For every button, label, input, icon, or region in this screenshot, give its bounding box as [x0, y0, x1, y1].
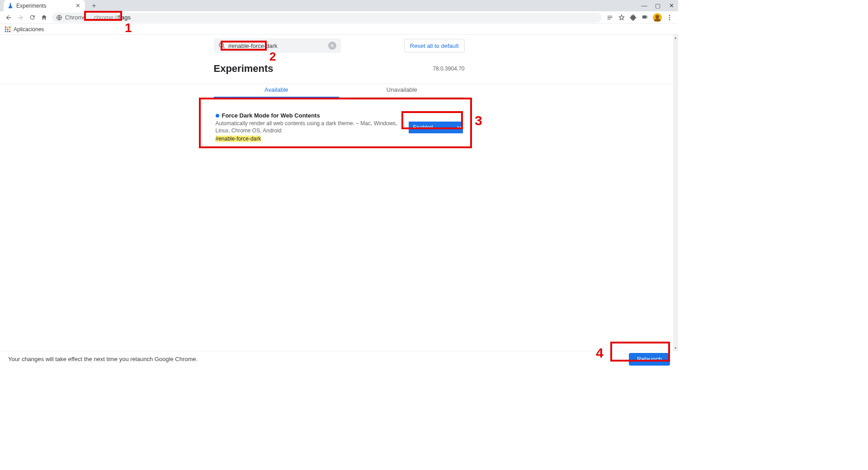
svg-rect-7: [7, 26, 8, 28]
flags-search-box[interactable]: #enable-force-dark ✕: [214, 38, 341, 53]
maximize-button[interactable]: ▢: [651, 0, 665, 11]
svg-point-3: [669, 15, 670, 16]
tab-unavailable[interactable]: Unavailable: [339, 83, 465, 97]
svg-point-2: [656, 15, 659, 19]
divider: [0, 84, 673, 84]
apps-icon: [5, 26, 11, 33]
scroll-up-icon[interactable]: ▴: [673, 35, 678, 40]
kebab-menu-icon[interactable]: [664, 12, 675, 24]
back-button[interactable]: [3, 12, 14, 24]
extensions-icon[interactable]: [627, 12, 639, 24]
svg-rect-13: [7, 31, 8, 32]
browser-tab[interactable]: Experiments ✕: [4, 0, 85, 11]
globe-icon: [56, 14, 62, 21]
close-window-button[interactable]: ✕: [665, 0, 678, 11]
tab-title: Experiments: [16, 3, 47, 9]
omnibox-chip: Chrome: [65, 14, 86, 21]
flag-description: Automatically render all web contents us…: [216, 120, 402, 134]
media-icon[interactable]: [639, 12, 651, 24]
minimize-button[interactable]: —: [637, 0, 651, 11]
divider: [90, 14, 91, 21]
reset-all-button[interactable]: Reset all to default: [404, 39, 465, 52]
svg-rect-8: [9, 26, 10, 28]
profile-avatar[interactable]: [653, 13, 662, 22]
svg-rect-14: [9, 31, 10, 32]
svg-rect-6: [5, 26, 6, 28]
svg-point-5: [669, 19, 670, 20]
scrollbar[interactable]: ▴ ▾: [673, 35, 678, 351]
svg-rect-12: [5, 31, 6, 32]
flask-icon: [7, 3, 14, 9]
bookmark-star-icon[interactable]: [616, 12, 627, 24]
flag-row: Force Dark Mode for Web Contents Automat…: [214, 112, 465, 142]
forward-button[interactable]: [14, 12, 26, 24]
flag-title: Force Dark Mode for Web Contents: [216, 112, 402, 119]
search-icon: [218, 42, 226, 49]
toolbar: Chrome chrome://flags: [0, 11, 678, 24]
window-controls: — ▢ ✕: [637, 0, 678, 11]
relaunch-message: Your changes will take effect the next t…: [8, 356, 198, 362]
flags-tabs: Available Unavailable: [214, 83, 465, 98]
svg-rect-9: [5, 28, 6, 30]
chrome-version: 78.0.3904.70: [433, 66, 464, 72]
relaunch-bar: Your changes will take effect the next t…: [0, 351, 678, 367]
tab-strip: Experiments ✕ + — ▢ ✕: [0, 0, 678, 11]
bookmarks-apps-label[interactable]: Aplicaciones: [14, 26, 44, 33]
scroll-down-icon[interactable]: ▾: [673, 345, 678, 351]
clear-icon[interactable]: ✕: [328, 42, 336, 50]
reload-button[interactable]: [26, 12, 38, 24]
flags-search-query: #enable-force-dark: [228, 42, 278, 49]
reading-list-icon[interactable]: [604, 12, 616, 24]
new-tab-button[interactable]: +: [88, 0, 100, 11]
svg-point-4: [669, 17, 670, 18]
page-content: #enable-force-dark ✕ Reset all to defaul…: [0, 35, 678, 351]
flag-state-dropdown[interactable]: Enabled: [409, 122, 463, 133]
url-scheme: chrome://: [94, 14, 118, 21]
close-icon[interactable]: ✕: [75, 2, 80, 9]
flag-hash[interactable]: #enable-force-dark: [216, 136, 261, 142]
tab-available[interactable]: Available: [214, 83, 340, 98]
home-button[interactable]: [38, 12, 50, 24]
omnibox[interactable]: Chrome chrome://flags: [52, 13, 601, 23]
relaunch-button[interactable]: Relaunch: [629, 353, 670, 366]
svg-rect-10: [7, 28, 8, 30]
page-title: Experiments: [214, 63, 465, 75]
bookmarks-bar: Aplicaciones: [0, 24, 678, 35]
svg-rect-11: [9, 28, 10, 30]
url-path: flags: [118, 14, 130, 21]
